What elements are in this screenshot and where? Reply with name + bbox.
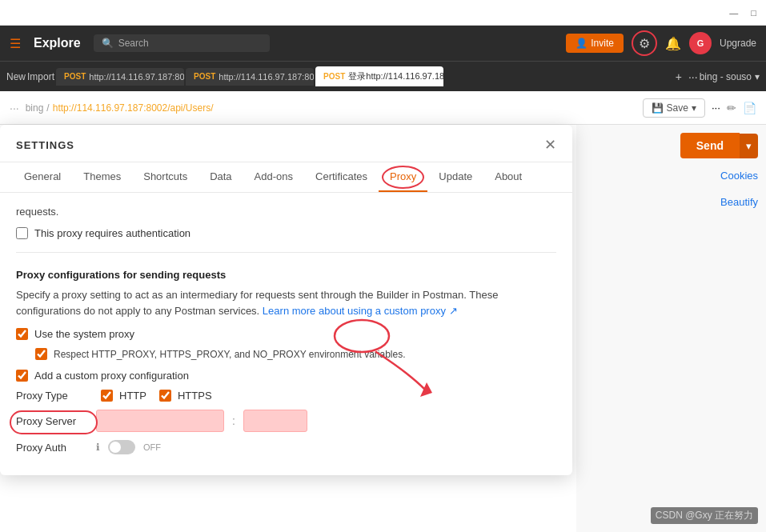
more-actions-button[interactable]: ··· (712, 102, 720, 114)
proxy-auth-label: Proxy Auth (16, 442, 88, 454)
modal-body: requests. This proxy requires authentica… (0, 193, 572, 475)
learn-more-link[interactable]: Learn more about using a custom proxy ↗ (263, 305, 458, 317)
tab-shortcuts[interactable]: Shortcuts (132, 162, 199, 192)
top-nav: ☰ Explore 🔍 Search 👤 Invite ⚙ 🔔 G Upgrad… (0, 26, 766, 61)
tab-general[interactable]: General (13, 162, 72, 192)
send-button[interactable]: Send (680, 133, 740, 158)
tab-data[interactable]: Data (199, 162, 243, 192)
tab-addons[interactable]: Add-ons (243, 162, 304, 192)
proxy-section-heading: Proxy configurations for sending request… (16, 269, 556, 281)
tab-certificates[interactable]: Certificates (304, 162, 379, 192)
beautify-link[interactable]: Beautify (720, 193, 758, 211)
app-logo: Explore (34, 36, 81, 50)
nav-right: 👤 Invite ⚙ 🔔 G Upgrade (566, 30, 756, 56)
app-wrapper: — □ ☰ Explore 🔍 Search 👤 Invite ⚙ 🔔 G Up… (0, 0, 766, 532)
address-bar: ··· bing / http://114.116.97.187:8002/ap… (0, 91, 766, 125)
edit-icon[interactable]: ✏ (727, 102, 736, 114)
env-vars-label: Respect HTTP_PROXY, HTTPS_PROXY, and NO_… (54, 349, 406, 360)
proxy-server-label: Proxy Server (16, 415, 88, 427)
http-checkbox[interactable] (101, 390, 113, 402)
proxy-auth-toggle[interactable] (108, 440, 135, 454)
modal-header: SETTINGS ✕ (0, 125, 572, 162)
upgrade-button[interactable]: Upgrade (720, 38, 756, 49)
custom-proxy-label: Add a custom proxy configuration (34, 370, 189, 382)
watermark: CSDN @Gxy 正在努力 (651, 507, 758, 524)
tab-proxy[interactable]: Proxy (379, 162, 427, 192)
tab-url-2: http://114.116.97.187:800... (219, 72, 314, 82)
divider-1 (16, 252, 556, 253)
tab-update[interactable]: Update (427, 162, 483, 192)
workspace-label: bing - souso ▾ (700, 71, 760, 82)
proxy-server-row: Proxy Server : (16, 410, 556, 432)
notifications-button[interactable]: 🔔 (665, 36, 681, 51)
invite-icon: 👤 (576, 38, 588, 49)
top-note: requests. (16, 206, 556, 218)
http-label: HTTP (119, 390, 146, 402)
env-vars-row: Respect HTTP_PROXY, HTTPS_PROXY, and NO_… (35, 348, 556, 360)
content-row: SETTINGS ✕ General Themes Shortcuts Data… (0, 125, 766, 532)
proxy-auth-row: Proxy Auth ℹ OFF (16, 440, 556, 454)
send-button-area: Send ▾ (680, 133, 758, 158)
address-right: 💾 Save ▾ ··· ✏ 📄 (643, 98, 756, 118)
close-button[interactable]: ✕ (544, 136, 556, 154)
breadcrumb: bing / http://114.116.97.187:8002/api/Us… (26, 102, 214, 114)
tab-actions: + ··· (676, 70, 698, 83)
https-checkbox[interactable] (159, 390, 171, 402)
proxy-type-row: Proxy Type HTTP HTTPS (16, 390, 556, 402)
auth-checkbox-row: This proxy requires authentication (16, 227, 556, 239)
import-button[interactable]: Import (27, 71, 54, 82)
tab-item-2[interactable]: POST http://114.116.97.187:800... (186, 68, 314, 86)
https-checkbox-row: HTTPS (159, 390, 212, 402)
tab-method-3: POST (323, 72, 345, 81)
tab-method-2: POST (194, 72, 215, 81)
system-proxy-row: Use the system proxy (16, 328, 556, 340)
search-placeholder: Search (118, 38, 149, 49)
modal-title: SETTINGS (16, 139, 74, 151)
modal-tabs: General Themes Shortcuts Data Add-ons Ce… (0, 162, 572, 193)
save-icon: 💾 (652, 102, 664, 114)
invite-button[interactable]: 👤 Invite (566, 34, 624, 53)
proxy-auth-info-icon[interactable]: ℹ (96, 442, 100, 453)
address-url[interactable]: http://114.116.97.187:8002/api/Users/ (53, 102, 214, 114)
tab-url-3: 登录http://114.116.97.187... (348, 70, 443, 82)
custom-proxy-row: Add a custom proxy configuration (16, 370, 556, 382)
proxy-auth-toggle-label: OFF (143, 442, 161, 452)
maximize-button[interactable]: □ (751, 8, 756, 18)
title-bar: — □ (0, 0, 766, 26)
tab-item-1[interactable]: POST http://114.116.97.187:800... (56, 68, 184, 86)
proxy-type-label: Proxy Type (16, 390, 88, 402)
new-tab-button[interactable]: New (6, 71, 26, 82)
auth-checkbox[interactable] (16, 227, 28, 239)
send-caret-button[interactable]: ▾ (740, 134, 758, 158)
dots-menu-button[interactable]: ··· (10, 102, 19, 114)
search-icon: 🔍 (102, 38, 114, 49)
breadcrumb-root: bing (26, 102, 44, 114)
tab-item-3[interactable]: POST 登录http://114.116.97.187... (315, 66, 443, 86)
proxy-server-input[interactable] (96, 410, 224, 432)
system-proxy-checkbox[interactable] (16, 328, 28, 340)
tab-method-1: POST (64, 72, 86, 81)
save-button[interactable]: 💾 Save ▾ (643, 98, 705, 118)
proxy-separator: : (232, 414, 235, 427)
more-tabs-button[interactable]: ··· (688, 70, 698, 83)
minimize-button[interactable]: — (729, 8, 738, 18)
custom-proxy-checkbox[interactable] (16, 370, 28, 382)
system-proxy-label: Use the system proxy (34, 328, 134, 340)
https-label: HTTPS (178, 390, 212, 402)
proxy-port-input[interactable] (243, 410, 307, 432)
tab-url-1: http://114.116.97.187:800... (89, 72, 184, 82)
cookies-link[interactable]: Cookies (720, 166, 758, 185)
right-panel: Send ▾ Cookies Beautify 174 ms 669 B Sav… (576, 125, 766, 532)
env-vars-checkbox[interactable] (35, 348, 47, 360)
settings-button[interactable]: ⚙ (632, 30, 657, 56)
proxy-section-desc: Specify a proxy setting to act as an int… (16, 287, 556, 318)
tab-about[interactable]: About (483, 162, 533, 192)
tab-themes[interactable]: Themes (72, 162, 132, 192)
search-bar[interactable]: 🔍 Search (94, 34, 270, 52)
settings-panel: SETTINGS ✕ General Themes Shortcuts Data… (0, 125, 576, 532)
save-chevron: ▾ (692, 102, 696, 114)
doc-icon[interactable]: 📄 (743, 102, 756, 114)
tab-bar: New Import POST http://114.116.97.187:80… (0, 61, 766, 91)
add-tab-button[interactable]: + (676, 70, 682, 83)
breadcrumb-sep: / (46, 102, 49, 114)
